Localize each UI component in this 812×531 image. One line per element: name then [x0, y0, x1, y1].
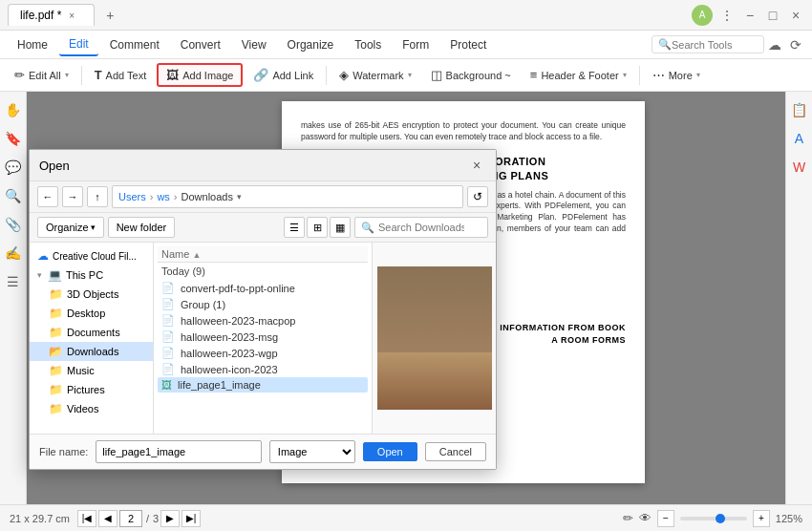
current-page-input[interactable] [119, 510, 142, 527]
search-tools[interactable]: 🔍 [652, 35, 764, 53]
menu-view[interactable]: View [232, 34, 276, 55]
add-image-btn[interactable]: 🖼 Add Image [157, 63, 243, 87]
search-input[interactable] [378, 222, 464, 233]
cancel-btn[interactable]: Cancel [425, 442, 486, 461]
search-input[interactable] [672, 39, 758, 51]
tree-item-documents[interactable]: 📁 Documents [30, 323, 153, 342]
name-column-header[interactable]: Name ▲ [161, 248, 364, 260]
more-btn[interactable]: ⋯ More ▾ [644, 64, 709, 86]
tree-item-videos[interactable]: 📁 Videos [30, 399, 153, 418]
dialog-toolbar: Organize ▾ New folder ☰ ⊞ ▦ 🔍 [30, 213, 496, 243]
file-name-halloween-wgp: halloween-2023-wgp [181, 348, 364, 359]
menu-comment[interactable]: Comment [100, 34, 169, 55]
open-btn[interactable]: Open [363, 442, 417, 461]
maximize-icon[interactable]: □ [764, 7, 781, 24]
add-text-btn[interactable]: T Add Text [86, 64, 156, 86]
file-item-life-page1[interactable]: 🖼 life_page1_image [158, 377, 368, 393]
divider-2 [326, 66, 327, 85]
dialog-close-btn[interactable]: × [467, 156, 486, 175]
edit-all-icon: ✏ [14, 68, 25, 82]
this-pc-label: This PC [66, 269, 103, 281]
add-text-label: Add Text [106, 70, 147, 81]
zoom-thumb[interactable] [716, 514, 725, 523]
menu-form[interactable]: Form [393, 34, 438, 55]
close-icon[interactable]: × [787, 7, 804, 24]
dialog-forward-btn[interactable]: → [62, 186, 83, 207]
file-name-life-page1: life_page1_image [178, 379, 364, 391]
zoom-in-btn[interactable]: + [753, 510, 770, 527]
background-btn[interactable]: ◫ Background ~ [422, 64, 520, 86]
file-item-halloween-msg[interactable]: 📄 halloween-2023-msg [158, 329, 368, 345]
settings-icon[interactable]: ⋮ [718, 7, 736, 24]
breadcrumb-sep-1: › [150, 191, 154, 202]
tab-close-btn[interactable]: × [69, 11, 75, 21]
view-grid-btn[interactable]: ⊞ [307, 217, 328, 238]
background-label: Background ~ [446, 70, 511, 81]
breadcrumb-dropdown-icon[interactable]: ▾ [237, 192, 242, 202]
file-name-input[interactable] [96, 440, 261, 463]
view-list-btn[interactable]: ☰ [284, 217, 305, 238]
breadcrumb-users[interactable]: Users [118, 191, 146, 202]
file-item-convert-pdf[interactable]: 📄 convert-pdf-to-ppt-online [158, 280, 368, 296]
prev-page-btn[interactable]: ◀ [98, 510, 118, 527]
dialog-back-btn[interactable]: ← [37, 186, 58, 207]
tree-item-creative-cloud[interactable]: ☁ Creative Cloud Fil... [30, 246, 153, 266]
dialog-title-bar: Open × [30, 150, 496, 181]
add-link-btn[interactable]: 🔗 Add Link [245, 64, 322, 86]
header-footer-btn[interactable]: ≡ Header & Footer ▾ [522, 64, 635, 86]
file-item-group[interactable]: 📄 Group (1) [158, 296, 368, 312]
menu-convert[interactable]: Convert [171, 34, 230, 55]
sort-icon: ▲ [192, 250, 201, 260]
menu-right-icons: ☁ ⟳ [766, 36, 804, 53]
file-item-halloween-wgp[interactable]: 📄 halloween-2023-wgp [158, 345, 368, 361]
view-options-btn[interactable]: ▦ [330, 217, 351, 238]
cloud-icon: ☁ [37, 249, 49, 263]
edit-all-btn[interactable]: ✏ Edit All ▾ [6, 64, 77, 86]
new-folder-btn[interactable]: New folder [108, 217, 176, 238]
dialog-right-panel: Name ▲ Today (9) 📄 convert-pdf-to-ppt-on… [154, 243, 372, 434]
tree-item-desktop[interactable]: 📁 Desktop [30, 304, 153, 323]
tree-item-3d[interactable]: 📁 3D Objects [30, 285, 153, 304]
file-name-convert-pdf: convert-pdf-to-ppt-online [181, 283, 364, 294]
menu-edit[interactable]: Edit [59, 33, 98, 56]
breadcrumb-ws[interactable]: ws [157, 191, 169, 202]
eye-icon-status: 👁 [639, 511, 652, 525]
edit-all-label: Edit All [29, 70, 61, 81]
watermark-btn[interactable]: ◈ Watermark ▾ [331, 64, 419, 86]
dialog-preview: ŻYJĘ [372, 243, 496, 434]
next-page-btn[interactable]: ▶ [160, 510, 180, 527]
file-type-select[interactable]: Image [269, 440, 355, 463]
new-tab-btn[interactable]: + [98, 4, 121, 27]
watermark-label: Watermark [353, 70, 403, 81]
search-icon: 🔍 [658, 38, 672, 51]
last-page-btn[interactable]: ▶| [182, 510, 201, 527]
menu-tools[interactable]: Tools [345, 34, 391, 55]
menu-protect[interactable]: Protect [440, 34, 496, 55]
file-item-halloween-icon[interactable]: 📄 halloween-icon-2023 [158, 361, 368, 377]
menu-home[interactable]: Home [8, 34, 57, 55]
tree-item-this-pc[interactable]: ▾ 💻 This PC [30, 266, 153, 285]
tab-life-pdf[interactable]: life.pdf * × [8, 4, 95, 26]
organize-btn[interactable]: Organize ▾ [37, 217, 104, 238]
zoom-out-btn[interactable]: − [657, 510, 674, 527]
minimize-icon[interactable]: − [741, 7, 759, 24]
tree-item-pictures[interactable]: 📁 Pictures [30, 380, 153, 399]
sync-icon[interactable]: ⟳ [787, 36, 804, 53]
tree-item-music[interactable]: 📁 Music [30, 361, 153, 380]
organize-label: Organize [46, 222, 89, 233]
more-icon: ⋯ [652, 68, 665, 82]
first-page-btn[interactable]: |◀ [77, 510, 96, 527]
dialog-refresh-btn[interactable]: ↺ [467, 186, 488, 207]
menu-organize[interactable]: Organize [278, 34, 344, 55]
tree-item-downloads[interactable]: 📂 Downloads [30, 342, 153, 361]
dialog-search[interactable]: 🔍 [354, 217, 488, 238]
videos-label: Videos [67, 403, 98, 414]
file-item-halloween-macpop[interactable]: 📄 halloween-2023-macpop [158, 312, 368, 329]
folder-pictures-icon: 📁 [49, 383, 63, 396]
open-dialog: Open × ← → ↑ Users › ws › Downloads ▾ ↺ [29, 149, 497, 470]
zoom-slider[interactable] [680, 517, 747, 520]
cloud-icon[interactable]: ☁ [766, 36, 783, 53]
folder-documents-icon: 📁 [49, 326, 63, 339]
dialog-up-btn[interactable]: ↑ [87, 186, 108, 207]
toolbar: ✏ Edit All ▾ T Add Text 🖼 Add Image 🔗 Ad… [0, 59, 812, 92]
